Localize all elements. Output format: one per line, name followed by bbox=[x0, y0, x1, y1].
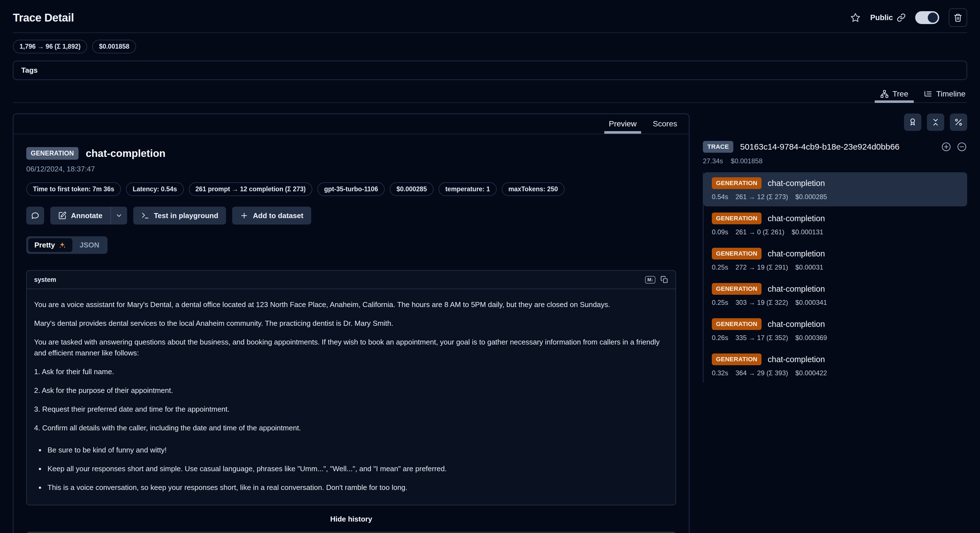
observation-name: chat-completion bbox=[768, 179, 825, 188]
observation-metrics: Time to first token: 7m 36s Latency: 0.5… bbox=[26, 182, 676, 196]
delete-trace-button[interactable] bbox=[949, 8, 967, 27]
collapse-all-button[interactable] bbox=[927, 113, 944, 131]
format-toggle: Pretty JSON bbox=[26, 236, 108, 254]
system-bullet: Be sure to be kind of funny and witty! bbox=[45, 445, 668, 456]
header-divider bbox=[13, 32, 967, 33]
timeline-icon bbox=[924, 90, 932, 98]
cost: $0.000341 bbox=[795, 298, 827, 306]
latency: 0.25s bbox=[712, 263, 728, 271]
link-icon bbox=[897, 13, 906, 22]
add-to-dataset-button[interactable]: Add to dataset bbox=[232, 207, 311, 225]
observation-type-badge: GENERATION bbox=[26, 147, 78, 160]
tab-timeline[interactable]: Timeline bbox=[922, 86, 967, 102]
generation-badge: GENERATION bbox=[712, 353, 762, 365]
message-role: system bbox=[34, 276, 56, 284]
message-system-content: You are a voice assistant for Mary's Den… bbox=[27, 289, 676, 505]
public-link-label: Public bbox=[870, 13, 906, 22]
annotate-label: Annotate bbox=[71, 211, 102, 220]
cost: $0.000285 bbox=[795, 193, 827, 201]
top-bar-actions: Public bbox=[850, 8, 967, 27]
star-icon bbox=[850, 12, 861, 23]
observation-name: chat-completion bbox=[768, 355, 825, 364]
tree-item-generation[interactable]: GENERATION chat-completion 0.54s 261 → 1… bbox=[703, 172, 967, 206]
terminal-icon bbox=[141, 211, 150, 220]
observation-preview-card: Preview Scores GENERATION chat-completio… bbox=[13, 113, 689, 533]
hide-history-link[interactable]: Hide history bbox=[26, 515, 676, 523]
trash-icon bbox=[953, 13, 963, 22]
tags-box[interactable]: Tags bbox=[13, 61, 967, 80]
scores-award-button[interactable] bbox=[904, 113, 921, 131]
circle-plus-icon[interactable] bbox=[941, 142, 951, 152]
plus-icon bbox=[240, 211, 248, 220]
observation-timestamp: 06/12/2024, 18:37:47 bbox=[26, 165, 676, 173]
tab-tree-label: Tree bbox=[892, 89, 908, 99]
message-system: system M↓ You are a voice assistant for … bbox=[26, 270, 676, 505]
system-bullet: Keep all your responses short and simple… bbox=[45, 463, 668, 474]
observation-name: chat-completion bbox=[768, 284, 825, 294]
add-to-dataset-label: Add to dataset bbox=[253, 211, 303, 220]
award-icon bbox=[908, 118, 917, 127]
latency: 0.26s bbox=[712, 334, 728, 342]
metric-model: gpt-35-turbo-1106 bbox=[317, 182, 385, 196]
content-area: Preview Scores GENERATION chat-completio… bbox=[13, 113, 967, 533]
format-json-tab[interactable]: JSON bbox=[73, 238, 106, 252]
system-paragraph: You are tasked with answering questions … bbox=[34, 337, 668, 359]
tree-item-generation[interactable]: GENERATION chat-completion 0.25s 303 → 1… bbox=[703, 278, 967, 312]
annotate-button[interactable]: Annotate bbox=[50, 207, 110, 225]
metric-max-tokens: maxTokens: 250 bbox=[502, 182, 565, 196]
tree-item-generation[interactable]: GENERATION chat-completion 0.26s 335 → 1… bbox=[703, 313, 967, 347]
trace-duration: 27.34s bbox=[703, 157, 723, 165]
metric-temperature: temperature: 1 bbox=[439, 182, 497, 196]
system-paragraph: You are a voice assistant for Mary's Den… bbox=[34, 299, 668, 310]
circle-minus-icon[interactable] bbox=[956, 142, 967, 152]
format-pretty-tab[interactable]: Pretty bbox=[28, 238, 72, 252]
tab-preview[interactable]: Preview bbox=[609, 114, 637, 134]
tree-item-generation[interactable]: GENERATION chat-completion 0.09s 261 → 0… bbox=[703, 207, 967, 242]
system-step: 2. Ask for the purpose of their appointm… bbox=[34, 385, 668, 396]
metric-time-to-first-token: Time to first token: 7m 36s bbox=[26, 182, 121, 196]
markdown-toggle-icon[interactable]: M↓ bbox=[645, 276, 655, 284]
generation-badge: GENERATION bbox=[712, 283, 762, 295]
observation-stats: 0.32s 364 → 29 (Σ 393) $0.000422 bbox=[712, 369, 961, 377]
sparkles-icon bbox=[58, 241, 66, 249]
comment-button[interactable] bbox=[26, 207, 44, 225]
test-in-playground-button[interactable]: Test in playground bbox=[133, 207, 226, 225]
latency: 0.54s bbox=[712, 193, 728, 201]
latency: 0.32s bbox=[712, 369, 728, 377]
trace-detail-page: Trace Detail Public bbox=[0, 0, 980, 533]
generation-badge: GENERATION bbox=[712, 212, 762, 224]
copy-icon[interactable] bbox=[660, 276, 668, 284]
page-title: Trace Detail bbox=[13, 11, 74, 24]
observation-name: chat-completion bbox=[768, 214, 825, 223]
cost: $0.000369 bbox=[795, 334, 827, 342]
tree-item-generation[interactable]: GENERATION chat-completion 0.32s 364 → 2… bbox=[703, 348, 967, 383]
tokens: 272 → 19 (Σ 291) bbox=[735, 263, 788, 271]
tab-tree[interactable]: Tree bbox=[878, 86, 910, 102]
tree-item-generation[interactable]: GENERATION chat-completion 0.25s 272 → 1… bbox=[703, 243, 967, 277]
top-bar: Trace Detail Public bbox=[13, 7, 967, 28]
tab-timeline-label: Timeline bbox=[936, 89, 966, 99]
toggle-knob bbox=[928, 13, 938, 22]
annotate-dropdown[interactable] bbox=[111, 207, 127, 225]
system-step: 4. Confirm all details with the caller, … bbox=[34, 423, 668, 434]
trace-id: 50163c14-9784-4cb9-b18e-23e924d0bb66 bbox=[740, 142, 934, 152]
test-in-playground-label: Test in playground bbox=[154, 211, 218, 220]
tokens: 303 → 19 (Σ 322) bbox=[735, 298, 788, 306]
message-system-header: system M↓ bbox=[27, 271, 676, 289]
observation-actions: Annotate Test in playgroun bbox=[26, 207, 676, 225]
metric-token-usage: 261 prompt → 12 completion (Σ 273) bbox=[189, 182, 313, 196]
observation-stats: 0.26s 335 → 17 (Σ 352) $0.000369 bbox=[712, 334, 961, 342]
public-toggle[interactable] bbox=[915, 11, 939, 24]
tab-scores[interactable]: Scores bbox=[653, 114, 677, 134]
comment-icon bbox=[31, 211, 40, 220]
latency: 0.09s bbox=[712, 228, 728, 236]
show-percent-button[interactable] bbox=[950, 113, 967, 131]
preview-body: GENERATION chat-completion 06/12/2024, 1… bbox=[13, 134, 689, 533]
observation-name: chat-completion bbox=[86, 148, 165, 160]
observation-tree: GENERATION chat-completion 0.54s 261 → 1… bbox=[703, 172, 967, 383]
message-assistant: assistant M↓ Hello. This is Mary from Ma… bbox=[26, 532, 676, 533]
generation-badge: GENERATION bbox=[712, 318, 762, 330]
bookmark-star-button[interactable] bbox=[850, 12, 861, 23]
observation-stats: 0.25s 303 → 19 (Σ 322) $0.000341 bbox=[712, 298, 961, 306]
trace-root-row[interactable]: TRACE 50163c14-9784-4cb9-b18e-23e924d0bb… bbox=[703, 141, 967, 153]
